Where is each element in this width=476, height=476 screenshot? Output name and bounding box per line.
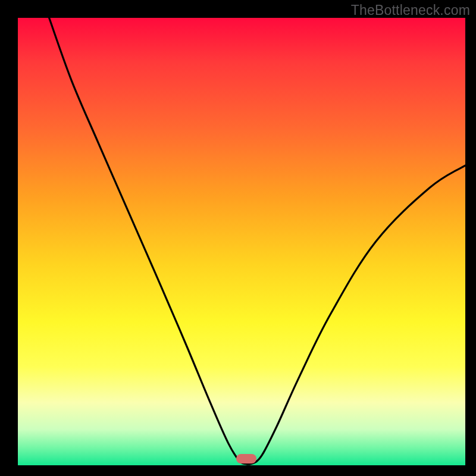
watermark-text: TheBottleneck.com bbox=[351, 2, 470, 18]
plot-area bbox=[18, 18, 465, 465]
chart-frame: TheBottleneck.com bbox=[0, 0, 476, 476]
curve-svg bbox=[18, 18, 465, 465]
bottleneck-curve bbox=[49, 18, 465, 464]
optimum-marker bbox=[236, 454, 256, 464]
